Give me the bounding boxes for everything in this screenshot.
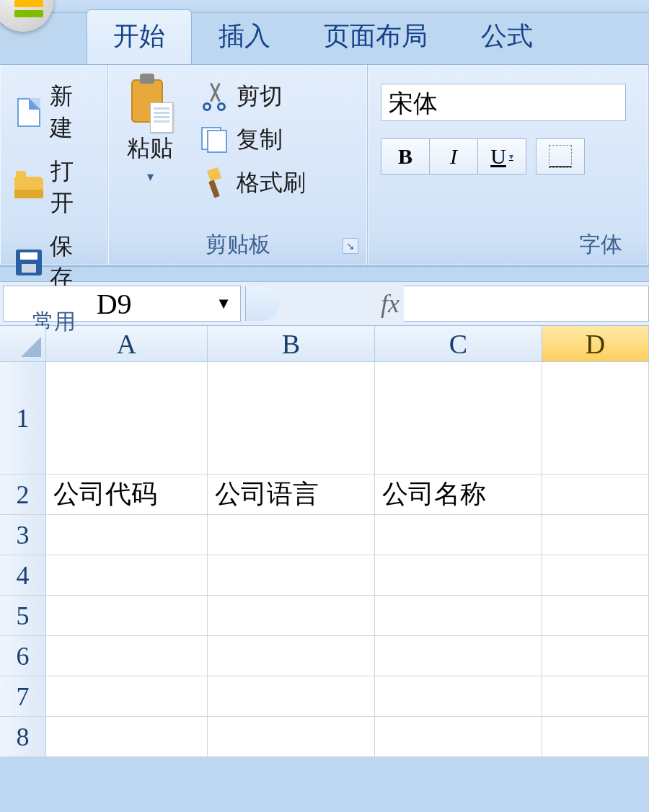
group-label-clipboard: 剪贴板 ↘ [114,226,361,265]
row-header-5[interactable]: 5 [0,596,46,635]
row-header-7[interactable]: 7 [0,676,46,716]
cell-d1[interactable] [542,362,649,474]
cell-b1[interactable] [208,362,375,474]
copy-label: 复制 [237,124,283,156]
cell-d2[interactable] [542,475,649,514]
cell-c5[interactable] [375,596,542,635]
row-header-1[interactable]: 1 [0,362,46,474]
cell-b2[interactable]: 公司语言 [208,475,375,514]
dialog-launcher-icon[interactable]: ↘ [343,238,358,254]
italic-button[interactable]: I [429,138,478,175]
formula-separator [245,286,280,321]
ribbon-group-clipboard: 粘贴 ▾ 剪切 复制 格式刷 剪贴板 ↘ [108,65,368,265]
cell-d3[interactable] [542,515,649,555]
cell-b7[interactable] [208,676,375,716]
select-all-button[interactable] [0,326,46,361]
cell-c3[interactable] [375,515,542,555]
row-header-6[interactable]: 6 [0,636,46,676]
row-6: 6 [0,636,649,676]
format-painter-button[interactable]: 格式刷 [193,164,312,202]
chevron-down-icon: ▾ [147,169,154,185]
formula-input[interactable] [404,286,649,322]
cell-a2[interactable]: 公司代码 [46,475,208,514]
clipboard-icon [131,79,169,128]
paste-label: 粘贴 [127,133,173,164]
column-header-d[interactable]: D [542,326,649,361]
format-painter-label: 格式刷 [237,167,306,199]
cell-d8[interactable] [542,717,649,756]
column-header-c[interactable]: C [375,326,542,361]
cell-c6[interactable] [375,636,542,676]
row-header-3[interactable]: 3 [0,515,46,555]
cell-c4[interactable] [375,555,542,595]
scissors-icon [199,81,229,112]
cell-b3[interactable] [208,515,375,555]
ribbon-group-common: 新建 打开 保存 常用 [0,65,108,265]
cell-a6[interactable] [46,636,208,676]
cell-b4[interactable] [208,555,375,595]
paintbrush-icon [199,168,229,198]
tab-formulas[interactable]: 公式 [454,9,560,64]
cell-d5[interactable] [542,596,649,635]
border-icon [549,145,572,168]
cell-a5[interactable] [46,596,208,635]
row-3: 3 [0,515,649,555]
borders-button[interactable] [536,138,585,175]
row-header-4[interactable]: 4 [0,555,46,595]
cell-a4[interactable] [46,555,208,595]
fx-icon[interactable]: fx [381,288,399,319]
ribbon: 新建 打开 保存 常用 粘贴 ▾ [0,65,649,267]
cell-a3[interactable] [46,515,208,555]
row-5: 5 [0,596,649,636]
cell-b5[interactable] [208,596,375,635]
save-disk-icon [14,247,43,278]
cell-a8[interactable] [46,717,208,756]
copy-button[interactable]: 复制 [193,121,312,159]
chevron-down-icon[interactable]: ▼ [216,294,231,313]
open-label: 打开 [50,156,93,219]
font-family-select[interactable]: 宋体 [381,84,626,121]
cell-a7[interactable] [46,676,208,716]
row-1: 1 [0,362,649,475]
open-button[interactable]: 打开 [9,153,99,222]
row-header-8[interactable]: 8 [0,717,46,756]
cell-d6[interactable] [542,636,649,676]
new-file-icon [14,97,43,128]
new-label: 新建 [50,81,93,144]
cell-d4[interactable] [542,555,649,595]
row-8: 8 [0,717,649,757]
copy-icon [199,125,229,155]
new-button[interactable]: 新建 [9,78,99,147]
cut-label: 剪切 [237,81,283,112]
open-folder-icon [14,172,43,203]
column-header-b[interactable]: B [208,326,375,361]
worksheet: A B C D 1 2 公司代码 公司语言 公司名称 3 4 5 [0,326,649,757]
cell-a1[interactable] [46,362,208,474]
row-7: 7 [0,676,649,717]
ribbon-group-font: 宋体 B I U▾ 字体 [368,65,649,265]
cell-b8[interactable] [208,717,375,756]
row-4: 4 [0,555,649,596]
tab-page-layout[interactable]: 页面布局 [297,9,454,64]
cell-c1[interactable] [375,362,542,474]
cell-d7[interactable] [542,676,649,716]
ribbon-tabs: 开始 插入 页面布局 公式 [0,13,649,65]
bold-button[interactable]: B [381,138,430,175]
cell-b6[interactable] [208,636,375,676]
save-label: 保存 [50,231,93,294]
row-2: 2 公司代码 公司语言 公司名称 [0,475,649,515]
tab-home[interactable]: 开始 [87,9,192,64]
cut-button[interactable]: 剪切 [193,78,312,115]
office-logo-icon [14,0,43,19]
cell-c8[interactable] [375,717,542,756]
paste-button[interactable]: 粘贴 ▾ [114,72,186,226]
group-label-font: 字体 [374,226,643,265]
cell-c2[interactable]: 公司名称 [375,475,542,514]
cell-c7[interactable] [375,676,542,716]
underline-button[interactable]: U▾ [477,138,526,175]
row-header-2[interactable]: 2 [0,475,46,514]
tab-insert[interactable]: 插入 [192,9,297,64]
office-button[interactable] [0,0,63,63]
